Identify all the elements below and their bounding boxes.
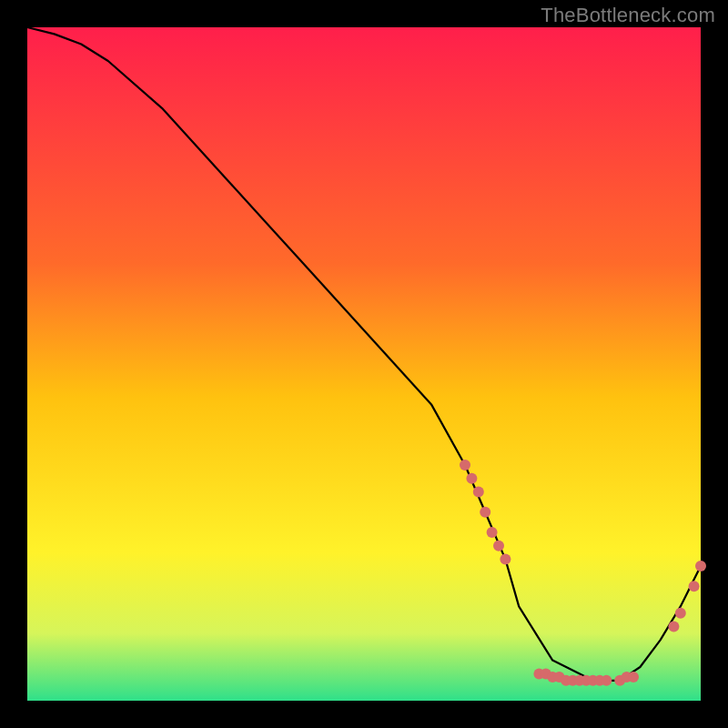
data-dot bbox=[668, 622, 679, 632]
data-dot bbox=[473, 487, 484, 498]
data-dot bbox=[695, 561, 706, 571]
data-dot bbox=[493, 541, 504, 551]
data-dot bbox=[487, 527, 498, 538]
data-dot bbox=[689, 581, 700, 592]
data-dot bbox=[460, 460, 470, 470]
chart-canvas bbox=[0, 0, 728, 728]
data-dot bbox=[675, 608, 686, 619]
data-dot bbox=[500, 554, 511, 565]
data-dot bbox=[601, 675, 612, 686]
data-dot bbox=[480, 507, 490, 518]
data-dot bbox=[466, 473, 477, 484]
data-dot bbox=[628, 672, 639, 682]
plot-background bbox=[27, 27, 701, 701]
